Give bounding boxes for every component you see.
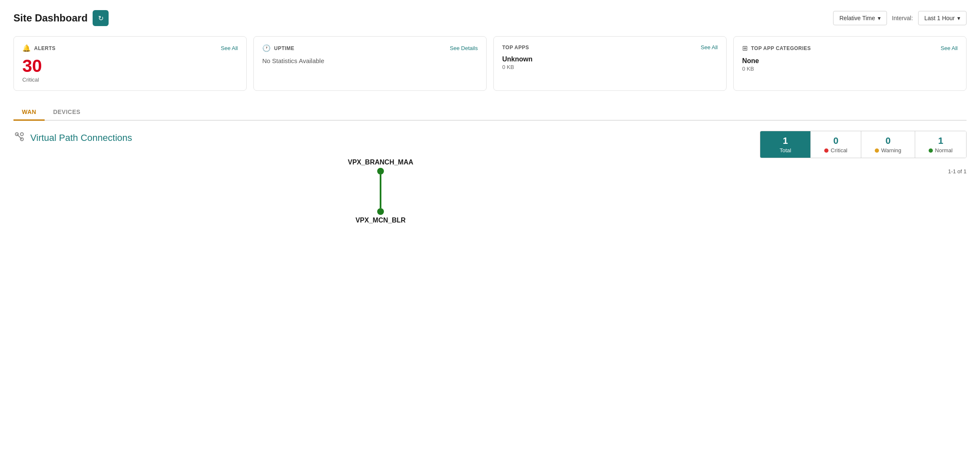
warning-dot xyxy=(875,148,879,153)
counter-warning: 0 Warning xyxy=(861,131,915,158)
top-category-name: None xyxy=(742,57,958,65)
svg-point-2 xyxy=(21,133,24,136)
alerts-card: 🔔 ALERTS See All 30 Critical xyxy=(13,36,247,91)
top-app-name: Unknown xyxy=(502,56,718,63)
page-header: Site Dashboard ↻ Relative Time ▾ Interva… xyxy=(13,10,967,26)
chevron-down-icon: ▾ xyxy=(878,15,881,21)
status-counters: 1 Total 0 Critical 0 Warnin xyxy=(760,131,967,158)
top-apps-card-header: TOP APPS See All xyxy=(502,44,718,50)
counter-normal-label: Normal xyxy=(935,147,953,154)
counter-critical-label: Critical xyxy=(831,147,847,154)
counter-warning-label-row: Warning xyxy=(875,147,901,154)
top-apps-title-row: TOP APPS xyxy=(502,45,529,50)
top-app-categories-title-row: ⊞ TOP APP CATEGORIES xyxy=(742,44,811,52)
vpc-right: 1 Total 0 Critical 0 Warnin xyxy=(748,131,967,175)
alerts-see-all-link[interactable]: See All xyxy=(221,45,238,51)
top-app-size: 0 KB xyxy=(502,64,718,70)
grid-icon: ⊞ xyxy=(742,44,748,52)
alerts-title-row: 🔔 ALERTS xyxy=(22,44,56,52)
top-apps-see-all-link[interactable]: See All xyxy=(701,44,718,50)
summary-cards: 🔔 ALERTS See All 30 Critical 🕐 UPTIME Se… xyxy=(13,36,967,91)
clock-icon: 🕐 xyxy=(262,44,271,52)
vpc-diagram: VPX_BRANCH_MAA VPX_MCN_BLR xyxy=(348,159,413,226)
relative-time-label: Relative Time xyxy=(839,15,875,21)
top-app-categories-see-all-link[interactable]: See All xyxy=(941,45,958,51)
alerts-count: 30 xyxy=(22,57,238,75)
critical-dot xyxy=(824,148,828,153)
top-category-size: 0 KB xyxy=(742,66,958,72)
counter-normal-number: 1 xyxy=(938,135,943,146)
refresh-icon: ↻ xyxy=(98,14,104,22)
top-node-dot xyxy=(377,168,384,175)
alerts-title: ALERTS xyxy=(34,45,56,51)
interval-value: Last 1 Hour xyxy=(924,15,955,21)
counter-critical-number: 0 xyxy=(834,135,839,146)
top-apps-card: TOP APPS See All Unknown 0 KB xyxy=(493,36,727,91)
uptime-card: 🕐 UPTIME See Details No Statistics Avail… xyxy=(253,36,487,91)
bottom-node-dot xyxy=(377,208,384,215)
page-title: Site Dashboard xyxy=(13,12,88,24)
bottom-node-label: VPX_MCN_BLR xyxy=(355,217,405,224)
pagination-info: 1-1 of 1 xyxy=(948,168,967,175)
header-left: Site Dashboard ↻ xyxy=(13,10,109,26)
refresh-button[interactable]: ↻ xyxy=(93,10,109,26)
bell-icon: 🔔 xyxy=(22,44,31,52)
counter-normal: 1 Normal xyxy=(915,131,966,158)
top-apps-title: TOP APPS xyxy=(502,45,529,50)
header-right: Relative Time ▾ Interval: Last 1 Hour ▾ xyxy=(833,11,967,25)
uptime-no-data: No Statistics Available xyxy=(262,57,478,64)
tab-devices[interactable]: DEVICES xyxy=(45,104,89,121)
counter-total-label: Total xyxy=(780,147,791,154)
vpc-diagram-area: VPX_BRANCH_MAA VPX_MCN_BLR xyxy=(13,145,748,226)
top-app-categories-title: TOP APP CATEGORIES xyxy=(751,45,811,51)
chevron-down-icon: ▾ xyxy=(957,15,960,21)
top-node-label: VPX_BRANCH_MAA xyxy=(348,159,413,166)
uptime-title: UPTIME xyxy=(274,45,294,51)
uptime-card-header: 🕐 UPTIME See Details xyxy=(262,44,478,52)
counter-critical: 0 Critical xyxy=(811,131,861,158)
counter-critical-label-row: Critical xyxy=(824,147,847,154)
counter-total-label-row: Total xyxy=(780,147,791,154)
counter-normal-label-row: Normal xyxy=(929,147,953,154)
top-app-categories-card: ⊞ TOP APP CATEGORIES See All None 0 KB xyxy=(733,36,967,91)
top-app-categories-header: ⊞ TOP APP CATEGORIES See All xyxy=(742,44,958,52)
relative-time-dropdown[interactable]: Relative Time ▾ xyxy=(833,11,887,25)
counter-total: 1 Total xyxy=(760,131,811,158)
interval-dropdown[interactable]: Last 1 Hour ▾ xyxy=(918,11,967,25)
tabs-row: WAN DEVICES xyxy=(13,104,967,121)
vpc-icon xyxy=(13,131,25,145)
normal-dot xyxy=(929,148,933,153)
vpc-section: Virtual Path Connections VPX_BRANCH_MAA … xyxy=(13,131,967,226)
uptime-see-details-link[interactable]: See Details xyxy=(450,45,478,51)
connection-line xyxy=(380,175,381,208)
interval-prefix: Interval: xyxy=(892,15,913,21)
alerts-subtitle: Critical xyxy=(22,77,238,83)
vpc-title-row: Virtual Path Connections xyxy=(13,131,748,145)
alerts-card-header: 🔔 ALERTS See All xyxy=(22,44,238,52)
counter-warning-number: 0 xyxy=(886,135,891,146)
uptime-title-row: 🕐 UPTIME xyxy=(262,44,294,52)
tab-wan[interactable]: WAN xyxy=(13,104,45,121)
vpc-title: Virtual Path Connections xyxy=(30,132,132,143)
counter-warning-label: Warning xyxy=(881,147,901,154)
vpc-left: Virtual Path Connections VPX_BRANCH_MAA … xyxy=(13,131,748,226)
counter-total-number: 1 xyxy=(783,135,788,146)
